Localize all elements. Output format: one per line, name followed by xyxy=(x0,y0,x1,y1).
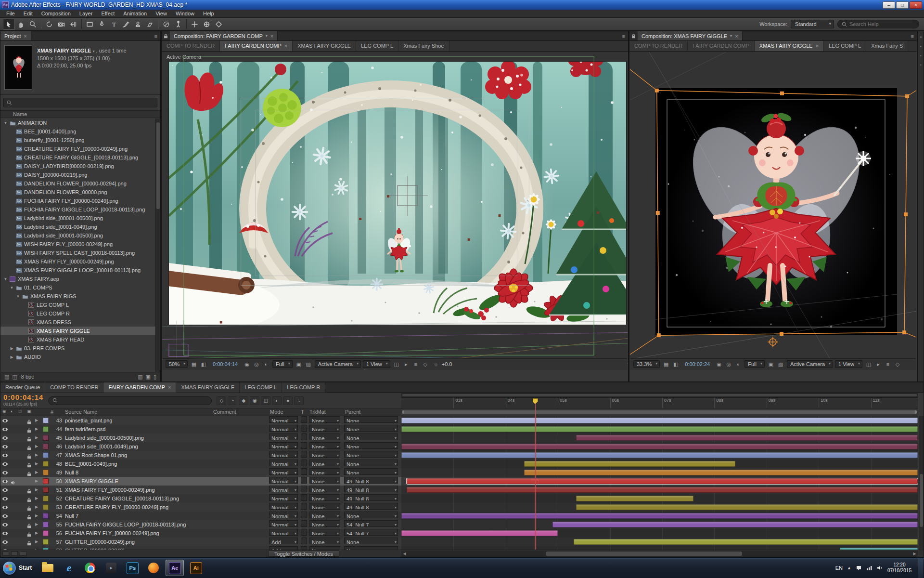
timeline-tab-xmas-fairy-giggle[interactable]: XMAS FAIRY GIGGLE xyxy=(176,382,240,393)
trkmat-dropdown[interactable]: None xyxy=(309,468,340,475)
layer-row-51[interactable]: ▶51XMAS FAIRY FLY_[00000-00249].pngNorma… xyxy=(0,486,401,494)
preserve-transparency-toggle[interactable] xyxy=(301,442,307,449)
layer-row-54[interactable]: ▶54Null 7NormalNoneNone xyxy=(0,512,401,520)
draft-3d-icon[interactable]: ◆ xyxy=(239,396,248,405)
close-panel-icon[interactable]: × xyxy=(735,33,738,39)
mode-dropdown[interactable]: Normal xyxy=(269,416,298,423)
twirl-icon[interactable]: ▶ xyxy=(35,477,38,486)
twirl-icon[interactable]: ▶ xyxy=(35,425,38,434)
parent-dropdown[interactable]: 54. Null 7 xyxy=(344,529,398,536)
preserve-transparency-toggle[interactable] xyxy=(301,416,307,423)
flowchart-icon[interactable]: ◇ xyxy=(421,360,430,368)
trkmat-dropdown[interactable]: None xyxy=(309,520,340,527)
eye-icon[interactable] xyxy=(2,514,8,518)
work-area-bar[interactable] xyxy=(402,410,917,414)
chevron-down-icon[interactable]: ▾ xyxy=(266,34,268,38)
menu-effect[interactable]: Effect xyxy=(97,10,119,17)
project-item-dandelion-flower-00000-00294-png[interactable]: DANDELION FLOWER_[00000-00294].png xyxy=(0,179,155,188)
header-solo-icon[interactable]: □ xyxy=(19,409,21,414)
layer-duration-bar[interactable] xyxy=(552,522,918,527)
timeline-searchbox[interactable] xyxy=(48,396,212,405)
viewtab-comp-to-render[interactable]: COMP TO RENDER xyxy=(629,41,688,51)
workspace-dropdown[interactable]: Standard xyxy=(791,20,834,28)
menu-view[interactable]: View xyxy=(151,10,171,17)
parent-dropdown[interactable]: 49. Null 8 xyxy=(344,494,398,501)
layer-row-53[interactable]: ▶53CREATURE FAIRY FLY_[00000-00249].pngN… xyxy=(0,503,401,512)
label-color-swatch[interactable] xyxy=(43,504,49,510)
layer-row-47[interactable]: ▶47XMAS Root Shape 01.pngNormalNoneNone xyxy=(0,451,401,460)
viewtab-fairy-garden-comp[interactable]: FAIRY GARDEN COMP× xyxy=(220,41,293,51)
comp-center-viewer[interactable]: Active Camera xyxy=(162,52,628,370)
layer-row-49[interactable]: ▶49Null 8NormalNoneNone xyxy=(0,468,401,477)
twirl-icon[interactable]: ▶ xyxy=(35,503,38,512)
project-item-ladybird-side-00001-00500-png[interactable]: Ladybird side_[00001-00500].png xyxy=(0,231,155,240)
trkmat-dropdown[interactable]: None xyxy=(309,486,340,492)
twirl-icon[interactable]: ▶ xyxy=(35,512,38,520)
trkmat-dropdown[interactable]: None xyxy=(309,503,340,510)
panel-menu-icon[interactable]: ≡ xyxy=(619,31,628,40)
motion-blur-icon[interactable]: ◐ xyxy=(272,396,282,405)
layer-duration-bar[interactable] xyxy=(401,418,918,423)
show-snapshot-icon[interactable]: ◎ xyxy=(724,360,733,368)
pen-tool-icon[interactable] xyxy=(96,19,108,30)
parent-dropdown[interactable]: None xyxy=(344,416,398,423)
menu-composition[interactable]: Composition xyxy=(37,10,75,17)
menu-animation[interactable]: Animation xyxy=(119,10,151,17)
column-header-trkmat[interactable]: TrkMat xyxy=(309,409,326,415)
local-axis-mode-icon[interactable] xyxy=(189,19,201,30)
view-layout-dropdown[interactable]: 1 View xyxy=(363,360,390,368)
graph-editor-icon[interactable]: ≈ xyxy=(294,396,304,405)
current-timecode[interactable]: 0:00:04:14 xyxy=(3,394,43,401)
twirl-icon[interactable]: ▶ xyxy=(35,529,38,538)
preserve-transparency-toggle[interactable] xyxy=(301,486,307,492)
menu-window[interactable]: Window xyxy=(171,10,199,17)
world-axis-mode-icon[interactable] xyxy=(201,19,213,30)
layer-duration-bar[interactable] xyxy=(407,487,918,493)
layer-row-50[interactable]: ▶50XMAS FAIRY GIGGLENormalNone49. Null 8 xyxy=(0,477,401,486)
expand-transfer-controls-icon[interactable] xyxy=(11,552,18,556)
layer-duration-bar[interactable] xyxy=(401,426,918,432)
taskbar-explorer-icon[interactable] xyxy=(38,560,57,576)
zoom-dropdown[interactable]: 50% xyxy=(166,360,188,368)
preserve-transparency-toggle[interactable] xyxy=(301,520,307,527)
parent-dropdown[interactable]: 54. Null 7 xyxy=(344,520,398,527)
layer-duration-bar[interactable] xyxy=(401,452,918,458)
preserve-transparency-toggle[interactable] xyxy=(301,425,307,432)
twirl-icon[interactable]: ▶ xyxy=(9,346,15,351)
eraser-tool-icon[interactable] xyxy=(144,19,156,30)
snapshot-icon[interactable]: ◉ xyxy=(243,360,251,368)
label-color-swatch[interactable] xyxy=(43,487,49,493)
layer-row-52[interactable]: ▶52CREATURE FAIRY GIGGLE_[00018-00113].p… xyxy=(0,494,401,503)
parent-dropdown[interactable]: None xyxy=(344,468,398,475)
mode-dropdown[interactable]: Normal xyxy=(269,442,298,449)
viewtab-xmas-fairy-giggle[interactable]: XMAS FAIRY GIGGLE xyxy=(293,41,356,51)
lock-icon[interactable] xyxy=(629,31,638,40)
twirl-icon[interactable]: ▶ xyxy=(35,468,38,477)
twirl-icon[interactable]: ▶ xyxy=(9,355,15,359)
chevron-down-icon[interactable]: ▾ xyxy=(730,34,732,38)
expand-in-out-icon[interactable] xyxy=(20,552,26,556)
snapshot-icon[interactable]: ◉ xyxy=(715,360,723,368)
expand-layer-switches-icon[interactable] xyxy=(2,552,9,556)
mode-dropdown[interactable]: Add xyxy=(269,538,298,544)
layer-name[interactable]: Ladybird side_[0001-0049].png xyxy=(65,442,209,451)
roto-brush-tool-icon[interactable] xyxy=(160,19,172,30)
rotation-tool-icon[interactable] xyxy=(43,19,55,30)
preserve-transparency-toggle[interactable] xyxy=(301,494,307,501)
zoom-dropdown[interactable]: 33.3% xyxy=(633,360,660,368)
header-audio-icon[interactable]: ◐ xyxy=(11,409,13,414)
taskbar-clock[interactable]: 12:20 07/10/2015 xyxy=(887,562,913,574)
layer-duration-bar[interactable] xyxy=(576,504,918,510)
comp-center-panel-tab[interactable]: Composition: FAIRY GARDEN COMP ▾ × xyxy=(170,31,278,40)
mode-dropdown[interactable]: Normal xyxy=(269,477,298,484)
column-header-t[interactable]: T xyxy=(301,409,304,415)
twirl-icon[interactable]: ▶ xyxy=(35,494,38,503)
trkmat-dropdown[interactable]: None xyxy=(309,538,340,544)
trkmat-dropdown[interactable]: None xyxy=(309,512,340,518)
project-item-xmas-fairy-aep[interactable]: ▼XMAS FAIRY.aep xyxy=(0,275,155,283)
project-item-leg-comp-l[interactable]: LEG COMP L xyxy=(0,301,155,309)
column-header-parent[interactable]: Parent xyxy=(345,409,360,415)
layer-name[interactable]: Null 8 xyxy=(65,468,209,477)
layer-row-44[interactable]: ▶44fern twirl/fern.psdNormalNoneNone xyxy=(0,425,401,434)
close-panel-icon[interactable]: × xyxy=(270,33,273,39)
